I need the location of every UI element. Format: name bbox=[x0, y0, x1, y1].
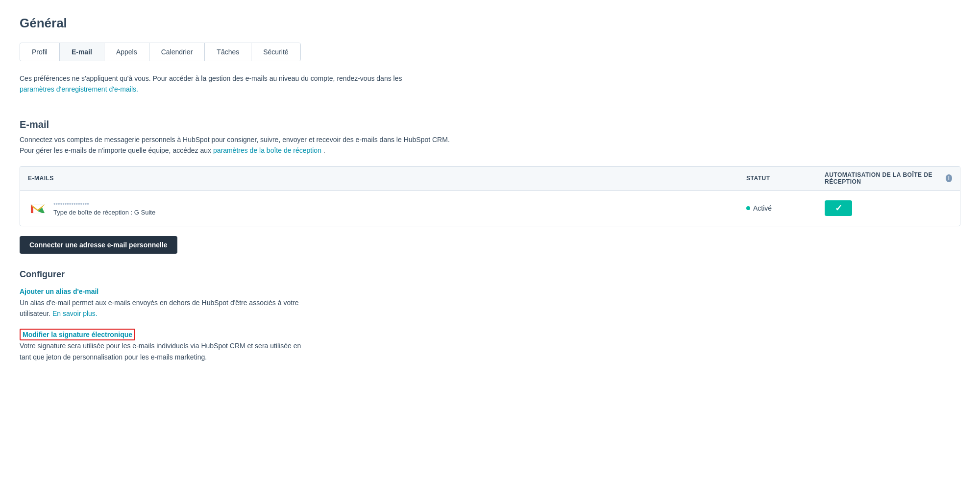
email-settings-link[interactable]: paramètres d'enregistrement d'e-mails. bbox=[20, 85, 138, 93]
inbox-settings-link[interactable]: paramètres de la boîte de réception bbox=[213, 146, 321, 154]
table-header: E-MAILS STATUT AUTOMATISATION DE LA BOÎT… bbox=[20, 167, 960, 191]
page-title: Général bbox=[20, 16, 960, 31]
tab-email[interactable]: E-mail bbox=[60, 43, 104, 61]
alias-learn-more-link[interactable]: En savoir plus. bbox=[52, 310, 98, 317]
statut-cell: Activé bbox=[746, 204, 825, 212]
config-item-alias: Ajouter un alias d'e-mail Un alias d'e-m… bbox=[20, 288, 960, 319]
automation-toggle[interactable]: ✓ bbox=[825, 200, 852, 216]
col-header-auto: AUTOMATISATION DE LA BOÎTE DE RÉCEPTION … bbox=[825, 171, 952, 185]
tab-calendrier[interactable]: Calendrier bbox=[149, 43, 205, 61]
alias-description: Un alias d'e-mail permet aux e-mails env… bbox=[20, 297, 304, 319]
toggle-check-icon: ✓ bbox=[835, 203, 842, 214]
email-table: E-MAILS STATUT AUTOMATISATION DE LA BOÎT… bbox=[20, 166, 960, 226]
tabs-nav: Profil E-mail Appels Calendrier Tâches S… bbox=[20, 43, 301, 61]
configure-title: Configurer bbox=[20, 269, 960, 280]
status-dot bbox=[746, 206, 750, 210]
status-text: Activé bbox=[753, 204, 772, 212]
tab-securite[interactable]: Sécurité bbox=[251, 43, 300, 61]
signature-description: Votre signature sera utilisée pour les e… bbox=[20, 340, 304, 362]
preferences-description: Ces préférences ne s'appliquent qu'à vou… bbox=[20, 73, 960, 95]
email-section-description: Connectez vos comptes de messagerie pers… bbox=[20, 134, 461, 156]
email-section-title: E-mail bbox=[20, 119, 960, 130]
gmail-icon bbox=[28, 198, 48, 218]
signature-highlight-box: Modifier la signature électronique bbox=[20, 329, 135, 340]
auto-cell: ✓ bbox=[825, 200, 952, 216]
col-header-emails: E-MAILS bbox=[28, 175, 746, 182]
email-type: Type de boîte de réception : G Suite bbox=[53, 209, 155, 216]
tab-taches[interactable]: Tâches bbox=[205, 43, 251, 61]
section-divider bbox=[20, 107, 960, 107]
signature-link[interactable]: Modifier la signature électronique bbox=[23, 331, 132, 338]
connect-email-button[interactable]: Connecter une adresse e-mail personnelle bbox=[20, 236, 177, 254]
tab-appels[interactable]: Appels bbox=[104, 43, 149, 61]
config-item-signature: Modifier la signature électronique Votre… bbox=[20, 329, 960, 362]
email-cell: •••••••••••••••• Type de boîte de récept… bbox=[28, 198, 746, 218]
col-header-statut: STATUT bbox=[746, 175, 825, 182]
info-icon[interactable]: i bbox=[946, 174, 952, 182]
tab-profil[interactable]: Profil bbox=[20, 43, 60, 61]
email-address: •••••••••••••••• bbox=[53, 200, 155, 208]
alias-link[interactable]: Ajouter un alias d'e-mail bbox=[20, 288, 960, 295]
email-info: •••••••••••••••• Type de boîte de récept… bbox=[53, 200, 155, 216]
table-row: •••••••••••••••• Type de boîte de récept… bbox=[20, 191, 960, 226]
